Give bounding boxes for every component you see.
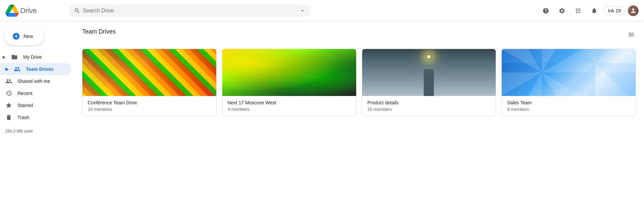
storage-info: 284.3 MB used <box>0 123 74 139</box>
drive-card-thumbnail-conference <box>82 49 216 96</box>
settings-icon <box>559 7 565 14</box>
sidebar-item-team-drives[interactable]: ▶ Team Drives <box>0 63 71 75</box>
ink-badge[interactable]: Ink 19 <box>604 6 625 15</box>
sidebar-item-label-shared: Shared with me <box>17 79 50 84</box>
app-header: Drive <box>0 0 644 21</box>
sidebar-item-label-starred: Starred <box>17 103 33 108</box>
sidebar-item-starred[interactable]: Starred <box>0 99 71 111</box>
drive-card-members-next17: 4 members <box>228 107 351 112</box>
drive-card-next17[interactable]: Next 17 Moscone West 4 members <box>222 49 356 116</box>
drive-card-name-next17: Next 17 Moscone West <box>228 100 351 105</box>
app-body: New ▶ My Drive ▶ Team Drives Shared with… <box>0 21 644 201</box>
search-dropdown-icon[interactable] <box>299 7 305 14</box>
drive-card-members-sales: 8 members <box>507 107 630 112</box>
list-view-icon <box>628 31 635 38</box>
ink-badge-text: Ink <box>608 8 614 13</box>
new-button[interactable]: New <box>4 27 44 46</box>
search-bar[interactable] <box>69 5 311 17</box>
drive-card-members-conference: 10 members <box>88 107 211 112</box>
drive-card-sales[interactable]: Sales Team 8 members <box>501 49 636 116</box>
shared-with-me-icon <box>5 78 12 85</box>
main-content: Team Drives Conference Team Drive 10 mem… <box>74 21 644 201</box>
my-drive-folder-icon <box>11 54 18 60</box>
settings-button[interactable] <box>555 4 569 17</box>
drive-card-conference[interactable]: Conference Team Drive 10 members <box>82 49 217 116</box>
sidebar: New ▶ My Drive ▶ Team Drives Shared with… <box>0 21 74 201</box>
sidebar-item-label-recent: Recent <box>17 91 32 96</box>
notifications-icon <box>591 7 598 14</box>
search-input[interactable] <box>83 8 296 14</box>
drive-card-members-product: 10 members <box>368 107 491 112</box>
team-drives-icon <box>14 66 21 72</box>
search-icon <box>74 7 80 14</box>
drive-card-thumbnail-sales <box>502 49 636 96</box>
drive-card-info-product: Product details 10 members <box>362 96 496 116</box>
sidebar-item-trash[interactable]: Trash <box>0 111 71 123</box>
drive-card-thumbnail-product <box>362 49 496 96</box>
drive-card-product[interactable]: Product details 10 members <box>362 49 496 116</box>
apps-button[interactable] <box>571 4 585 17</box>
storage-used-text: 284.3 MB used <box>5 129 33 134</box>
drive-card-thumbnail-next17 <box>222 49 356 96</box>
new-plus-icon <box>12 32 20 40</box>
drive-logo-icon <box>5 4 19 17</box>
view-toggle-button[interactable] <box>627 30 636 40</box>
header-actions: Ink 19 <box>539 4 639 17</box>
recent-icon <box>5 90 12 97</box>
help-icon <box>542 7 549 14</box>
help-button[interactable] <box>539 4 553 17</box>
sidebar-item-label: My Drive <box>23 54 42 60</box>
sidebar-item-my-drive[interactable]: ▶ My Drive <box>0 51 71 63</box>
drive-card-info-conference: Conference Team Drive 10 members <box>82 96 216 116</box>
sidebar-item-shared-with-me[interactable]: Shared with me <box>0 75 71 87</box>
drive-card-name-conference: Conference Team Drive <box>88 100 211 105</box>
logo-area: Drive <box>5 4 66 17</box>
drive-card-info-next17: Next 17 Moscone West 4 members <box>222 96 356 116</box>
page-title: Team Drives <box>82 28 116 35</box>
my-drive-chevron-icon: ▶ <box>3 55 6 59</box>
sidebar-item-label-trash: Trash <box>17 115 29 120</box>
drive-card-name-sales: Sales Team <box>507 100 630 105</box>
apps-icon <box>575 7 581 14</box>
new-button-label: New <box>24 34 33 39</box>
app-title: Drive <box>20 6 37 15</box>
user-avatar[interactable] <box>628 5 639 16</box>
starred-icon <box>5 102 12 109</box>
drives-grid: Conference Team Drive 10 members Next 17… <box>82 49 636 116</box>
team-drives-chevron-icon: ▶ <box>5 67 8 71</box>
trash-icon <box>5 114 12 121</box>
notifications-button[interactable] <box>588 4 601 17</box>
drive-card-info-sales: Sales Team 8 members <box>502 96 636 116</box>
sidebar-item-label-team-drives: Team Drives <box>26 66 53 72</box>
ink-badge-num: 19 <box>615 8 621 13</box>
drive-card-name-product: Product details <box>368 100 491 105</box>
sidebar-item-recent[interactable]: Recent <box>0 87 71 99</box>
